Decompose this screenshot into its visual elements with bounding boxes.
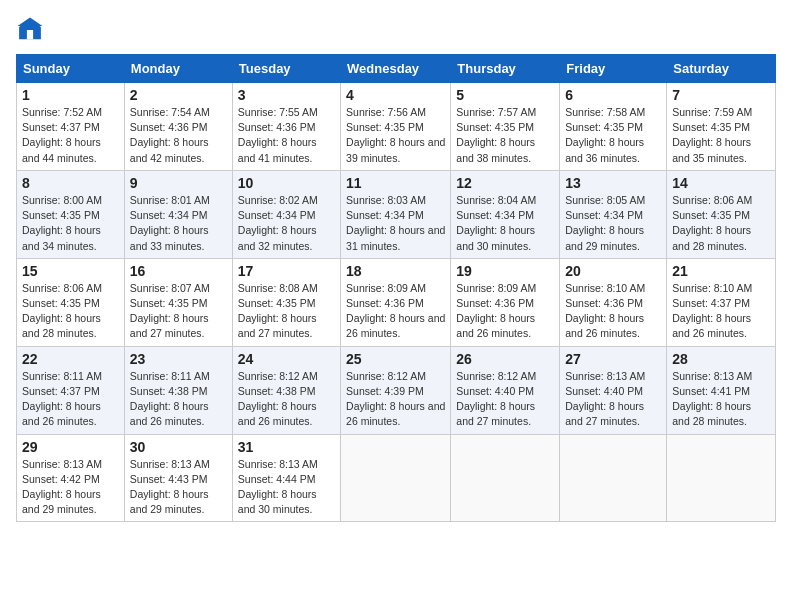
day-info: Sunrise: 8:07 AM Sunset: 4:35 PM Dayligh…: [130, 281, 227, 342]
day-number: 20: [565, 263, 661, 279]
calendar-cell: 4 Sunrise: 7:56 AM Sunset: 4:35 PM Dayli…: [341, 83, 451, 171]
calendar-cell: 5 Sunrise: 7:57 AM Sunset: 4:35 PM Dayli…: [451, 83, 560, 171]
day-info: Sunrise: 8:11 AM Sunset: 4:38 PM Dayligh…: [130, 369, 227, 430]
day-number: 12: [456, 175, 554, 191]
day-number: 21: [672, 263, 770, 279]
weekday-header-friday: Friday: [560, 55, 667, 83]
calendar-cell: 9 Sunrise: 8:01 AM Sunset: 4:34 PM Dayli…: [124, 170, 232, 258]
calendar-cell: 17 Sunrise: 8:08 AM Sunset: 4:35 PM Dayl…: [232, 258, 340, 346]
day-info: Sunrise: 8:09 AM Sunset: 4:36 PM Dayligh…: [456, 281, 554, 342]
day-number: 11: [346, 175, 445, 191]
day-info: Sunrise: 8:10 AM Sunset: 4:37 PM Dayligh…: [672, 281, 770, 342]
day-info: Sunrise: 7:55 AM Sunset: 4:36 PM Dayligh…: [238, 105, 335, 166]
calendar-cell: 25 Sunrise: 8:12 AM Sunset: 4:39 PM Dayl…: [341, 346, 451, 434]
day-number: 19: [456, 263, 554, 279]
day-number: 31: [238, 439, 335, 455]
day-number: 22: [22, 351, 119, 367]
calendar-cell: 24 Sunrise: 8:12 AM Sunset: 4:38 PM Dayl…: [232, 346, 340, 434]
day-number: 29: [22, 439, 119, 455]
calendar-cell: 27 Sunrise: 8:13 AM Sunset: 4:40 PM Dayl…: [560, 346, 667, 434]
calendar-week-3: 15 Sunrise: 8:06 AM Sunset: 4:35 PM Dayl…: [17, 258, 776, 346]
weekday-header-wednesday: Wednesday: [341, 55, 451, 83]
weekday-header-tuesday: Tuesday: [232, 55, 340, 83]
calendar-table: SundayMondayTuesdayWednesdayThursdayFrid…: [16, 54, 776, 522]
calendar-cell: 11 Sunrise: 8:03 AM Sunset: 4:34 PM Dayl…: [341, 170, 451, 258]
day-info: Sunrise: 7:59 AM Sunset: 4:35 PM Dayligh…: [672, 105, 770, 166]
calendar-cell: [341, 434, 451, 522]
day-info: Sunrise: 8:09 AM Sunset: 4:36 PM Dayligh…: [346, 281, 445, 342]
calendar-cell: 14 Sunrise: 8:06 AM Sunset: 4:35 PM Dayl…: [667, 170, 776, 258]
calendar-cell: 30 Sunrise: 8:13 AM Sunset: 4:43 PM Dayl…: [124, 434, 232, 522]
day-number: 27: [565, 351, 661, 367]
day-number: 2: [130, 87, 227, 103]
day-info: Sunrise: 8:03 AM Sunset: 4:34 PM Dayligh…: [346, 193, 445, 254]
calendar-cell: 28 Sunrise: 8:13 AM Sunset: 4:41 PM Dayl…: [667, 346, 776, 434]
day-info: Sunrise: 7:52 AM Sunset: 4:37 PM Dayligh…: [22, 105, 119, 166]
calendar-cell: 23 Sunrise: 8:11 AM Sunset: 4:38 PM Dayl…: [124, 346, 232, 434]
calendar-week-4: 22 Sunrise: 8:11 AM Sunset: 4:37 PM Dayl…: [17, 346, 776, 434]
day-number: 7: [672, 87, 770, 103]
day-number: 30: [130, 439, 227, 455]
day-info: Sunrise: 8:08 AM Sunset: 4:35 PM Dayligh…: [238, 281, 335, 342]
weekday-header-saturday: Saturday: [667, 55, 776, 83]
weekday-header-monday: Monday: [124, 55, 232, 83]
calendar-cell: 1 Sunrise: 7:52 AM Sunset: 4:37 PM Dayli…: [17, 83, 125, 171]
day-info: Sunrise: 8:06 AM Sunset: 4:35 PM Dayligh…: [22, 281, 119, 342]
calendar-cell: 16 Sunrise: 8:07 AM Sunset: 4:35 PM Dayl…: [124, 258, 232, 346]
day-info: Sunrise: 8:01 AM Sunset: 4:34 PM Dayligh…: [130, 193, 227, 254]
calendar-cell: [451, 434, 560, 522]
logo: [16, 16, 48, 44]
calendar-week-2: 8 Sunrise: 8:00 AM Sunset: 4:35 PM Dayli…: [17, 170, 776, 258]
day-info: Sunrise: 8:06 AM Sunset: 4:35 PM Dayligh…: [672, 193, 770, 254]
calendar-week-1: 1 Sunrise: 7:52 AM Sunset: 4:37 PM Dayli…: [17, 83, 776, 171]
calendar-week-5: 29 Sunrise: 8:13 AM Sunset: 4:42 PM Dayl…: [17, 434, 776, 522]
day-number: 3: [238, 87, 335, 103]
day-info: Sunrise: 7:58 AM Sunset: 4:35 PM Dayligh…: [565, 105, 661, 166]
calendar-cell: 8 Sunrise: 8:00 AM Sunset: 4:35 PM Dayli…: [17, 170, 125, 258]
day-number: 4: [346, 87, 445, 103]
calendar-cell: 6 Sunrise: 7:58 AM Sunset: 4:35 PM Dayli…: [560, 83, 667, 171]
day-info: Sunrise: 7:56 AM Sunset: 4:35 PM Dayligh…: [346, 105, 445, 166]
day-number: 24: [238, 351, 335, 367]
calendar-cell: 22 Sunrise: 8:11 AM Sunset: 4:37 PM Dayl…: [17, 346, 125, 434]
day-number: 1: [22, 87, 119, 103]
day-number: 9: [130, 175, 227, 191]
day-number: 5: [456, 87, 554, 103]
calendar-cell: 29 Sunrise: 8:13 AM Sunset: 4:42 PM Dayl…: [17, 434, 125, 522]
day-info: Sunrise: 8:12 AM Sunset: 4:38 PM Dayligh…: [238, 369, 335, 430]
day-info: Sunrise: 8:13 AM Sunset: 4:43 PM Dayligh…: [130, 457, 227, 518]
weekday-header-thursday: Thursday: [451, 55, 560, 83]
day-info: Sunrise: 8:13 AM Sunset: 4:41 PM Dayligh…: [672, 369, 770, 430]
calendar-cell: 31 Sunrise: 8:13 AM Sunset: 4:44 PM Dayl…: [232, 434, 340, 522]
calendar-cell: 26 Sunrise: 8:12 AM Sunset: 4:40 PM Dayl…: [451, 346, 560, 434]
day-info: Sunrise: 8:12 AM Sunset: 4:40 PM Dayligh…: [456, 369, 554, 430]
calendar-cell: 15 Sunrise: 8:06 AM Sunset: 4:35 PM Dayl…: [17, 258, 125, 346]
calendar-cell: 3 Sunrise: 7:55 AM Sunset: 4:36 PM Dayli…: [232, 83, 340, 171]
calendar-cell: 19 Sunrise: 8:09 AM Sunset: 4:36 PM Dayl…: [451, 258, 560, 346]
day-info: Sunrise: 8:10 AM Sunset: 4:36 PM Dayligh…: [565, 281, 661, 342]
calendar-cell: [667, 434, 776, 522]
day-number: 28: [672, 351, 770, 367]
day-number: 15: [22, 263, 119, 279]
weekday-header-sunday: Sunday: [17, 55, 125, 83]
calendar-cell: 10 Sunrise: 8:02 AM Sunset: 4:34 PM Dayl…: [232, 170, 340, 258]
day-number: 17: [238, 263, 335, 279]
calendar-cell: 13 Sunrise: 8:05 AM Sunset: 4:34 PM Dayl…: [560, 170, 667, 258]
day-number: 13: [565, 175, 661, 191]
day-info: Sunrise: 8:13 AM Sunset: 4:42 PM Dayligh…: [22, 457, 119, 518]
day-number: 18: [346, 263, 445, 279]
day-number: 10: [238, 175, 335, 191]
svg-rect-2: [27, 30, 33, 39]
day-info: Sunrise: 8:00 AM Sunset: 4:35 PM Dayligh…: [22, 193, 119, 254]
day-info: Sunrise: 8:13 AM Sunset: 4:40 PM Dayligh…: [565, 369, 661, 430]
day-number: 25: [346, 351, 445, 367]
calendar-cell: 2 Sunrise: 7:54 AM Sunset: 4:36 PM Dayli…: [124, 83, 232, 171]
day-number: 16: [130, 263, 227, 279]
day-number: 6: [565, 87, 661, 103]
day-info: Sunrise: 8:04 AM Sunset: 4:34 PM Dayligh…: [456, 193, 554, 254]
day-number: 8: [22, 175, 119, 191]
calendar-cell: 18 Sunrise: 8:09 AM Sunset: 4:36 PM Dayl…: [341, 258, 451, 346]
day-info: Sunrise: 8:12 AM Sunset: 4:39 PM Dayligh…: [346, 369, 445, 430]
day-info: Sunrise: 7:54 AM Sunset: 4:36 PM Dayligh…: [130, 105, 227, 166]
weekday-header-row: SundayMondayTuesdayWednesdayThursdayFrid…: [17, 55, 776, 83]
